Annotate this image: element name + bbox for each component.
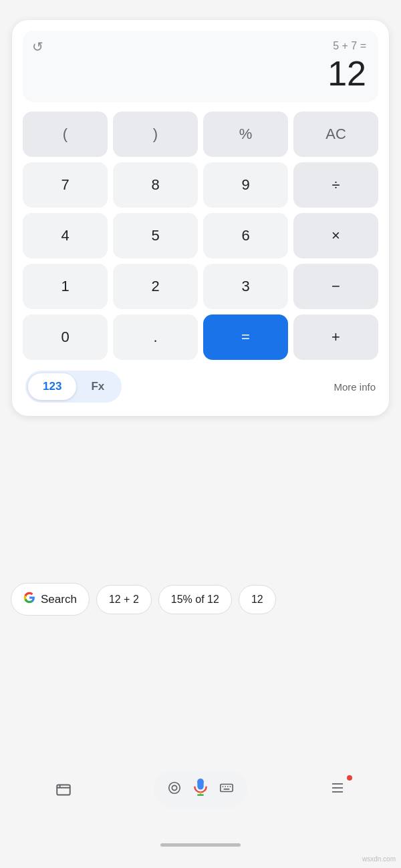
suggestion-label: 15% of 12	[171, 594, 219, 606]
mode-row: 123 Fx More info	[23, 371, 378, 403]
calc-btn-[interactable]: −	[293, 264, 378, 309]
toolbar-center	[154, 771, 247, 808]
lens-icon[interactable]	[167, 781, 182, 799]
calc-btn-[interactable]: (	[23, 112, 108, 157]
suggestion-pill-1[interactable]: 12 + 2	[96, 585, 152, 614]
calc-btn-8[interactable]: 8	[113, 162, 198, 208]
result: 12	[327, 55, 366, 93]
keyboard-icon[interactable]	[219, 781, 234, 799]
button-grid: ()%AC789÷456×123−0.=+	[23, 112, 378, 360]
calc-btn-3[interactable]: 3	[203, 264, 288, 309]
calc-btn-0[interactable]: 0	[23, 314, 108, 360]
svg-rect-7	[221, 785, 233, 792]
calc-btn-[interactable]: ×	[293, 213, 378, 258]
more-info-link[interactable]: More info	[333, 381, 376, 393]
calc-btn-[interactable]: ÷	[293, 162, 378, 208]
svg-point-3	[169, 783, 180, 794]
svg-rect-0	[57, 785, 70, 795]
suggestions-row: Search12 + 215% of 1212	[0, 583, 401, 616]
bottom-toolbar	[0, 771, 401, 808]
suggestion-pill-2[interactable]: 15% of 12	[158, 585, 232, 614]
mode-123-button[interactable]: 123	[28, 373, 76, 400]
calc-btn-[interactable]: +	[293, 314, 378, 360]
calc-btn-1[interactable]: 1	[23, 264, 108, 309]
calc-btn-2[interactable]: 2	[113, 264, 198, 309]
calc-btn-9[interactable]: 9	[203, 162, 288, 208]
calc-btn-AC[interactable]: AC	[293, 112, 378, 157]
calc-btn-[interactable]: )	[113, 112, 198, 157]
suggestion-pill-3[interactable]: 12	[239, 585, 276, 614]
history-icon[interactable]: ↺	[32, 39, 43, 55]
notification-dot	[347, 775, 352, 781]
watermark: wsxdn.com	[362, 855, 396, 863]
suggestion-label: 12 + 2	[109, 594, 139, 606]
calculator-display: ↺ 5 + 7 = 12	[23, 31, 378, 102]
mic-icon[interactable]	[191, 778, 210, 801]
mode-toggle: 123 Fx	[25, 371, 122, 403]
calc-btn-[interactable]: .	[113, 314, 198, 360]
list-icon-wrapper	[323, 775, 352, 805]
calc-btn-5[interactable]: 5	[113, 213, 198, 258]
calc-btn-7[interactable]: 7	[23, 162, 108, 208]
calc-btn-6[interactable]: 6	[203, 213, 288, 258]
spacer	[0, 416, 401, 583]
screenshot-icon[interactable]	[49, 775, 78, 805]
svg-point-4	[172, 785, 176, 790]
list-icon[interactable]	[329, 780, 346, 800]
calculator-card: ↺ 5 + 7 = 12 ()%AC789÷456×123−0.=+ 123 F…	[12, 20, 389, 416]
calc-btn-[interactable]: =	[203, 314, 288, 360]
calc-btn-[interactable]: %	[203, 112, 288, 157]
suggestion-label: Search	[41, 593, 77, 606]
google-g-icon	[23, 592, 35, 607]
home-pill	[160, 843, 241, 847]
suggestion-pill-0[interactable]: Search	[11, 583, 90, 616]
expression: 5 + 7 =	[333, 40, 366, 52]
mode-fx-button[interactable]: Fx	[76, 373, 119, 400]
suggestion-label: 12	[251, 594, 263, 606]
calc-btn-4[interactable]: 4	[23, 213, 108, 258]
